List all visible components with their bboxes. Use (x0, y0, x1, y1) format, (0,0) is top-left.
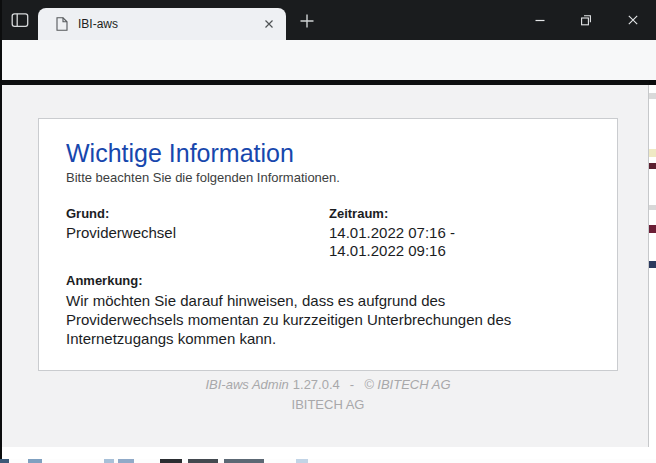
tab-actions-menu-icon[interactable] (10, 10, 30, 30)
window-close-button[interactable] (617, 5, 649, 35)
page-background: Wichtige Information Bitte beachten Sie … (2, 85, 648, 447)
titlebar: IBI-aws (0, 0, 656, 40)
note-text: Wir möchten Sie darauf hinweisen, dass e… (66, 291, 561, 348)
browser-toolbar: Datei | C:/Users/ibi/AppDa... (0, 40, 656, 80)
note-label: Anmerkung: (66, 273, 590, 288)
period-value-line1: 14.01.2022 07:16 - (329, 224, 455, 242)
footer-company: IBITECH AG (38, 397, 618, 412)
footer-app-name: IBI-aws Admin (205, 377, 288, 392)
period-label: Zeitraum: (329, 206, 455, 221)
footer-line1: IBI-aws Admin1.27.0.4-© IBITECH AG (38, 377, 618, 392)
viewport-bottom-strip (2, 447, 656, 459)
tab-close-icon[interactable] (262, 17, 276, 31)
page-footer: IBI-aws Admin1.27.0.4-© IBITECH AG IBITE… (38, 377, 618, 412)
reason-value: Providerwechsel (66, 224, 329, 242)
footer-copyright: © IBITECH AG (364, 377, 450, 392)
footer-separator: - (350, 377, 354, 392)
reason-field: Grund: Providerwechsel (66, 206, 329, 260)
background-window-sliver-right (649, 85, 656, 447)
info-card: Wichtige Information Bitte beachten Sie … (38, 118, 618, 371)
period-value-line2: 14.01.2022 09:16 (329, 242, 455, 260)
info-fields-row: Grund: Providerwechsel Zeitraum: 14.01.2… (66, 206, 590, 260)
page-subtitle: Bitte beachten Sie die folgenden Informa… (66, 170, 590, 185)
note-field: Anmerkung: Wir möchten Sie darauf hinwei… (66, 273, 590, 348)
background-window-sliver-bottom (0, 459, 656, 463)
browser-tab[interactable]: IBI-aws (38, 8, 286, 40)
period-field: Zeitraum: 14.01.2022 07:16 - 14.01.2022 … (329, 206, 455, 260)
document-icon (56, 17, 68, 31)
tab-title: IBI-aws (78, 17, 118, 31)
browser-window: IBI-aws (0, 0, 656, 463)
page-title: Wichtige Information (66, 139, 590, 167)
footer-version: 1.27.0.4 (293, 377, 340, 392)
window-minimize-button[interactable] (524, 5, 556, 35)
window-restore-button[interactable] (570, 5, 602, 35)
reason-label: Grund: (66, 206, 329, 221)
window-left-border (0, 0, 2, 459)
new-tab-button[interactable] (299, 13, 315, 29)
